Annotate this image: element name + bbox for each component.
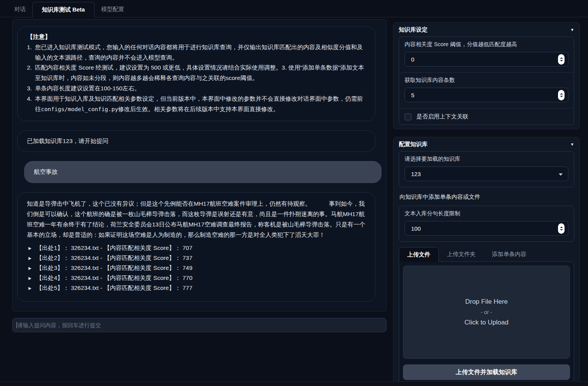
notice-message: 【注意】 1. 您已进入知识库测试模式，您输入的任何对话内容都将用于进行知识库查… — [17, 27, 375, 121]
kb-select-group: 请选择要加载的知识库 123 — [399, 151, 574, 187]
source-text: 【出处2】： 326234.txt - 【内容匹配相关度 Score】： 737 — [36, 253, 193, 263]
tab-upload-file[interactable]: 上传文件 — [399, 247, 439, 262]
config-file-path: configs/model_config.py — [41, 106, 118, 112]
sentence-limit-label: 文本入库分句长度限制 — [405, 210, 568, 217]
spinner-down-icon[interactable] — [560, 60, 563, 62]
prompt-input[interactable] — [17, 322, 382, 328]
score-threshold-input[interactable] — [411, 56, 555, 63]
source-text: 【出处5】： 326234.txt - 【内容匹配相关度 Score】： 777 — [36, 283, 193, 293]
topk-label: 获取知识库内容条数 — [405, 77, 568, 84]
notice-title: 【注意】 — [27, 32, 366, 42]
expand-arrow-icon: ▶ — [28, 265, 32, 271]
list-number: 1. — [27, 42, 35, 63]
spinner-up-icon[interactable] — [560, 57, 563, 59]
spinner-down-icon[interactable] — [560, 229, 563, 231]
score-threshold-input-wrap — [405, 52, 568, 67]
user-message: 航空事故 — [24, 161, 381, 183]
tab-model-config[interactable]: 模型配置 — [95, 2, 131, 17]
sentence-limit-input[interactable] — [411, 225, 555, 232]
source-text: 【出处1】： 326234.txt - 【内容匹配相关度 Score】： 707 — [36, 243, 193, 253]
number-spinner-icon[interactable] — [558, 223, 565, 234]
kb-settings-form: 内容相关度 Score 阈值，分值越低匹配度越高 获取知识库内容条数 — [399, 37, 574, 125]
source-row-5[interactable]: ▶ 【出处5】： 326234.txt - 【内容匹配相关度 Score】： 7… — [27, 283, 366, 293]
list-number: 4. — [27, 94, 35, 115]
kb-select-label: 请选择要加载的知识库 — [405, 155, 568, 163]
dropzone-line1: Drop File Here — [465, 298, 508, 306]
score-threshold-label: 内容相关度 Score 阈值，分值越低匹配度越高 — [405, 41, 568, 48]
kb-settings-accordion: 知识库设定 ▼ 内容相关度 Score 阈值，分值越低匹配度越高 — [393, 22, 580, 129]
upload-tab-content: Drop File Here - or - Click to Upload 上传… — [399, 261, 574, 384]
sentence-limit-form: 文本入库分句长度限制 — [399, 206, 574, 242]
topk-group: 获取知识库内容条数 — [399, 72, 574, 108]
notice-item: 2. 匹配内容相关度 Score 经测试，建议设置为 500 或更低，具体设置情… — [27, 63, 366, 83]
expand-arrow-icon: ▶ — [28, 285, 32, 291]
notice-item-suffix: 修改后生效。相关参数将在后续版本中支持本界面直接修改。 — [118, 106, 279, 112]
bot-message-loaded: 已加载知识库123，请开始提问 — [17, 130, 375, 152]
context-checkbox[interactable] — [405, 113, 411, 120]
expand-arrow-icon: ▶ — [28, 255, 32, 261]
source-row-4[interactable]: ▶ 【出处4】： 326234.txt - 【内容匹配相关度 Score】： 7… — [27, 273, 366, 283]
bot-message-text: 已加载知识库123，请开始提问 — [27, 138, 108, 144]
sentence-limit-input-wrap — [405, 221, 568, 236]
number-spinner-icon[interactable] — [558, 54, 565, 65]
spinner-up-icon[interactable] — [560, 93, 563, 95]
source-row-2[interactable]: ▶ 【出处2】： 326234.txt - 【内容匹配相关度 Score】： 7… — [27, 253, 366, 263]
footer-divider — [0, 381, 588, 386]
app-root: 对话 知识库测试 Beta 模型配置 【注意】 1. 您已进入知识库测试模式，您… — [0, 0, 588, 386]
expand-arrow-icon: ▶ — [28, 275, 32, 281]
list-number: 2. — [27, 63, 35, 83]
tab-content: 【注意】 1. 您已进入知识库测试模式，您输入的任何对话内容都将用于进行知识库查… — [0, 17, 588, 386]
kb-select-form: 请选择要加载的知识库 123 — [399, 151, 574, 187]
notice-item-text: 匹配内容相关度 Score 经测试，建议设置为 500 或更低，具体设置情况请结… — [35, 63, 366, 83]
spinner-up-icon[interactable] — [560, 226, 563, 228]
prompt-box — [12, 318, 386, 332]
expand-arrow-icon: ▶ — [28, 245, 32, 251]
kb-select-dropdown[interactable]: 123 — [405, 166, 568, 181]
notice-item: 3. 单条内容长度建议设置在100-150左右。 — [27, 83, 366, 94]
settings-column: 知识库设定 ▼ 内容相关度 Score 阈值，分值越低匹配度越高 — [393, 19, 580, 386]
dropzone-line3: Click to Upload — [465, 319, 508, 326]
notice-item: 4. 本界面用于知识入库及知识匹配相关参数设定，但当前版本中，本界面中修改的参数… — [27, 94, 366, 115]
source-text: 【出处4】： 326234.txt - 【内容匹配相关度 Score】： 770 — [36, 273, 193, 283]
topk-input-wrap — [405, 88, 568, 102]
upload-and-load-button[interactable]: 上传文件并加载知识库 — [403, 364, 570, 380]
dropdown-caret-icon — [559, 173, 563, 176]
chatbot-panel: 【注意】 1. 您已进入知识库测试模式，您输入的任何对话内容都将用于进行知识库查… — [12, 19, 386, 311]
kb-settings-accordion-header[interactable]: 知识库设定 ▼ — [399, 23, 574, 37]
user-message-text: 航空事故 — [34, 168, 58, 175]
source-text: 【出处3】： 326234.txt - 【内容匹配相关度 Score】： 749 — [36, 263, 193, 273]
dropzone-line2: - or - — [481, 309, 492, 315]
notice-item-text: 本界面用于知识入库及知识匹配相关参数设定，但当前版本中，本界面中修改的参数并不会… — [35, 94, 366, 115]
source-row-3[interactable]: ▶ 【出处3】： 326234.txt - 【内容匹配相关度 Score】： 7… — [27, 263, 366, 273]
tab-add-single-content[interactable]: 添加单条内容 — [484, 247, 535, 261]
collapse-caret-icon: ▼ — [570, 28, 574, 32]
kb-select-value: 123 — [411, 171, 421, 177]
kb-config-accordion-header[interactable]: 配置知识库 ▼ — [399, 137, 574, 151]
tab-chat[interactable]: 对话 — [8, 2, 32, 17]
bot-message-answer: 知道是导弹击中飞机了，这个已没有异议；但是这个先例能否在MH17航班空难案件审理… — [17, 192, 375, 302]
notice-item: 1. 您已进入知识库测试模式，您输入的任何对话内容都将用于进行知识库查询，并仅输… — [27, 42, 366, 63]
tab-kb-test[interactable]: 知识库测试 Beta — [32, 2, 95, 17]
sentence-limit-group: 文本入库分句长度限制 — [399, 206, 574, 241]
list-number: 3. — [27, 83, 35, 94]
chat-column: 【注意】 1. 您已进入知识库测试模式，您输入的任何对话内容都将用于进行知识库查… — [12, 19, 386, 386]
kb-config-accordion: 配置知识库 ▼ 请选择要加载的知识库 123 向知识库中添加单条内容或文件 — [393, 137, 580, 386]
upload-block: 上传文件 上传文件夹 添加单条内容 Drop File Here - or - … — [399, 247, 574, 384]
notice-item-text: 单条内容长度建议设置在100-150左右。 — [35, 83, 366, 94]
number-spinner-icon[interactable] — [558, 90, 565, 100]
notice-item-text: 您已进入知识库测试模式，您输入的任何对话内容都将用于进行知识库查询，并仅输出知识… — [35, 42, 366, 63]
score-threshold-group: 内容相关度 Score 阈值，分值越低匹配度越高 — [399, 37, 574, 72]
accordion-title: 配置知识库 — [399, 141, 428, 148]
answer-text: 知道是导弹击中飞机了，这个已没有异议；但是这个先例能否在MH17航班空难案件审理… — [27, 199, 366, 240]
topk-input[interactable] — [411, 92, 555, 98]
accordion-title: 知识库设定 — [399, 26, 428, 33]
upload-tab-bar: 上传文件 上传文件夹 添加单条内容 — [399, 247, 574, 261]
main-tab-bar: 对话 知识库测试 Beta 模型配置 — [0, 0, 588, 17]
source-row-1[interactable]: ▶ 【出处1】： 326234.txt - 【内容匹配相关度 Score】： 7… — [27, 243, 366, 253]
tab-upload-folder[interactable]: 上传文件夹 — [439, 247, 484, 261]
add-content-label: 向知识库中添加单条内容或文件 — [400, 193, 573, 201]
context-checkbox-label: 是否启用上下文关联 — [416, 113, 468, 120]
file-dropzone[interactable]: Drop File Here - or - Click to Upload — [403, 266, 570, 359]
spinner-down-icon[interactable] — [560, 96, 563, 97]
collapse-caret-icon: ▼ — [570, 142, 574, 146]
